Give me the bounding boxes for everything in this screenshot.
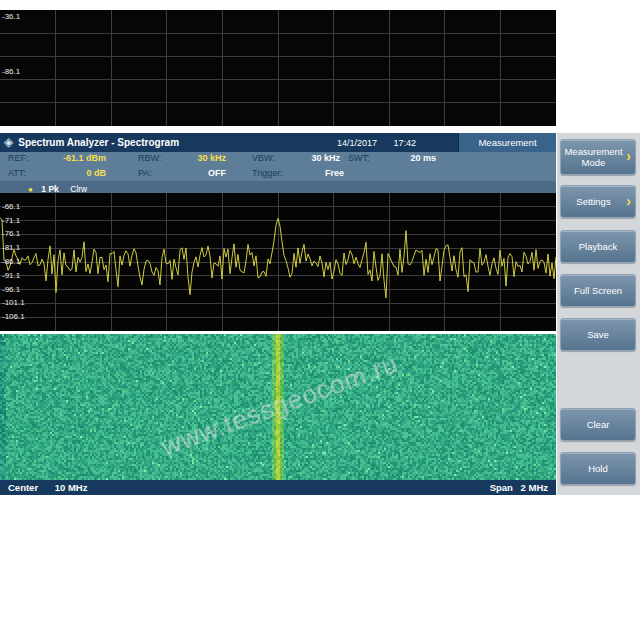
y-axis-label: -96.1 [2, 285, 20, 294]
softkey-save-label: Save [587, 329, 609, 340]
param-ref-label: REF: [8, 153, 48, 163]
param-trigger-value: Free [296, 168, 344, 178]
center-value: 10 MHz [55, 482, 88, 493]
center-frequency[interactable]: Center 10 MHz [8, 482, 87, 493]
param-att-value: 0 dB [48, 168, 106, 178]
param-ref[interactable]: REF:-61.1 dBm [8, 153, 106, 163]
softkey-playback-label: Playback [579, 241, 618, 252]
param-swt-label: SWT: [348, 153, 388, 163]
parameter-row-1: REF:-61.1 dBmRBW:30 kHzVBW:30 kHzSWT:20 … [0, 153, 556, 167]
softkey-hold[interactable]: Hold [560, 452, 636, 485]
spectrum-analyzer-screen: -36.1-86.1 ◈ Spectrum Analyzer - Spectro… [0, 0, 640, 640]
menu-title: Measurement [458, 133, 556, 152]
param-trigger-label: Trigger: [252, 168, 296, 178]
param-swt[interactable]: SWT:20 ms [348, 153, 436, 163]
softkey-full-screen[interactable]: Full Screen [560, 274, 636, 307]
y-axis-label: -71.1 [2, 216, 20, 225]
y-axis-label: -81.1 [2, 243, 20, 252]
rs-logo-icon: ◈ [4, 133, 13, 152]
span-label: Span [490, 482, 513, 493]
spectrum-plot: -66.1-71.1-76.1-81.1-86.1-91.1-96.1-101.… [0, 193, 556, 331]
span-value: 2 MHz [521, 482, 548, 493]
title-bar: ◈ Spectrum Analyzer - Spectrogram 14/1/2… [0, 133, 556, 152]
softkey-full-screen-label: Full Screen [574, 285, 622, 296]
param-pa-label: PA: [138, 168, 178, 178]
trace-legend-bar[interactable]: ● 1 Pk Clrw [0, 181, 556, 193]
param-rbw-label: RBW: [138, 153, 178, 163]
top-y-axis-label: -86.1 [2, 67, 20, 76]
datetime: 14/1/2017 17:42 [337, 138, 416, 148]
softkey-clear[interactable]: Clear [560, 408, 636, 441]
top-y-axis-label: -36.1 [2, 12, 20, 21]
y-axis-label: -106.1 [2, 312, 25, 321]
param-att[interactable]: ATT:0 dB [8, 168, 106, 178]
time-label: 17:42 [394, 138, 417, 148]
param-swt-value: 20 ms [388, 153, 436, 163]
param-vbw-value: 30 kHz [292, 153, 340, 163]
param-ref-value: -61.1 dBm [48, 153, 106, 163]
spectrogram-canvas [0, 334, 556, 480]
top-partial-display: -36.1-86.1 [0, 10, 556, 126]
top-grid [0, 10, 556, 126]
softkey-settings[interactable]: Settings› [560, 185, 636, 218]
softkey-sidebar: Measurement Mode›Settings›PlaybackFull S… [557, 133, 640, 495]
softkey-hold-label: Hold [588, 463, 608, 474]
y-axis-label: -66.1 [2, 202, 20, 211]
submenu-arrow-icon: › [626, 151, 631, 162]
param-vbw[interactable]: VBW:30 kHz [252, 153, 340, 163]
submenu-arrow-icon: › [626, 196, 631, 207]
frequency-bar: Center 10 MHz Span 2 MHz [0, 480, 556, 495]
param-pa[interactable]: PA:OFF [138, 168, 226, 178]
param-vbw-label: VBW: [252, 153, 292, 163]
y-axis-label: -91.1 [2, 271, 20, 280]
param-att-label: ATT: [8, 168, 48, 178]
date-label: 14/1/2017 [337, 138, 377, 148]
param-rbw[interactable]: RBW:30 kHz [138, 153, 226, 163]
softkey-settings-label: Settings [576, 196, 619, 207]
span-frequency[interactable]: Span 2 MHz [490, 480, 548, 495]
softkey-measurement-mode-label: Measurement Mode [561, 146, 635, 168]
y-axis-label: -86.1 [2, 257, 20, 266]
param-pa-value: OFF [178, 168, 226, 178]
softkey-playback[interactable]: Playback [560, 230, 636, 263]
center-label: Center [8, 482, 38, 493]
param-rbw-value: 30 kHz [178, 153, 226, 163]
app-title: Spectrum Analyzer - Spectrogram [18, 137, 179, 148]
softkey-clear-label: Clear [587, 419, 610, 430]
param-trigger[interactable]: Trigger:Free [252, 168, 344, 178]
softkey-save[interactable]: Save [560, 318, 636, 351]
parameter-row-2: ATT:0 dBPA:OFFTrigger:Free [0, 168, 556, 182]
spectrum-grid-and-trace [0, 193, 556, 331]
softkey-measurement-mode[interactable]: Measurement Mode› [560, 139, 636, 175]
y-axis-label: -76.1 [2, 229, 20, 238]
y-axis-label: -101.1 [2, 298, 25, 307]
spectrogram-display [0, 334, 556, 480]
parameter-bar: REF:-61.1 dBmRBW:30 kHzVBW:30 kHzSWT:20 … [0, 152, 556, 181]
